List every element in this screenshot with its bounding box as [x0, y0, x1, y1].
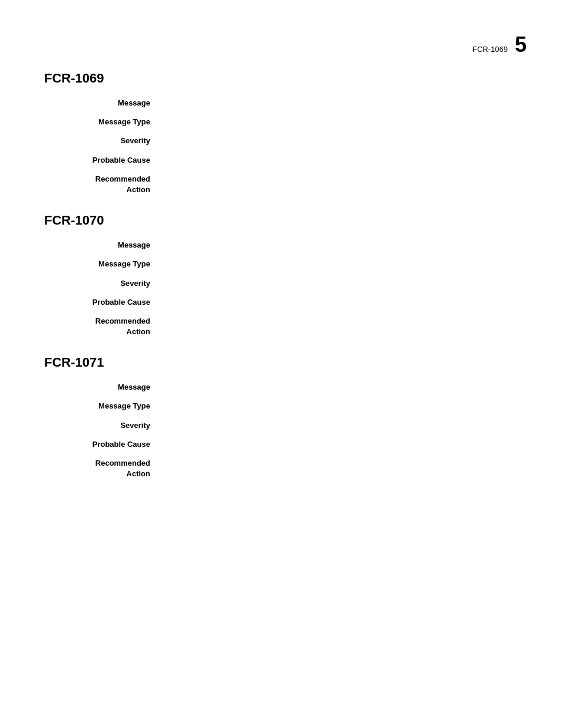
- label-message-1069: Message: [44, 98, 162, 108]
- value-severity-1070: [162, 278, 518, 289]
- value-message-1070: [162, 240, 518, 251]
- label-messagetype-1070: Message Type: [44, 259, 162, 269]
- field-row-probablecause-1069: Probable Cause: [44, 155, 518, 166]
- value-severity-1071: [162, 420, 518, 431]
- section-fcr-1070: FCR-1070 Message Message Type Severity P…: [44, 213, 518, 337]
- label-message-1070: Message: [44, 240, 162, 251]
- value-probablecause-1071: [162, 439, 518, 450]
- page-number: 5: [515, 32, 527, 57]
- field-row-messagetype-1071: Message Type: [44, 401, 518, 411]
- field-row-recommendedaction-1070: RecommendedAction: [44, 316, 518, 337]
- field-row-probablecause-1071: Probable Cause: [44, 439, 518, 450]
- field-row-severity-1069: Severity: [44, 136, 518, 146]
- field-row-probablecause-1070: Probable Cause: [44, 297, 518, 308]
- value-recommendedaction-1070: [162, 316, 518, 337]
- field-row-messagetype-1070: Message Type: [44, 259, 518, 269]
- value-recommendedaction-1069: [162, 174, 518, 195]
- value-message-1071: [162, 382, 518, 393]
- label-probablecause-1069: Probable Cause: [44, 155, 162, 166]
- label-probablecause-1070: Probable Cause: [44, 297, 162, 308]
- section-title-fcr-1069: FCR-1069: [44, 71, 518, 86]
- value-severity-1069: [162, 136, 518, 146]
- section-fcr-1071: FCR-1071 Message Message Type Severity P…: [44, 355, 518, 479]
- label-recommendedaction-1070: RecommendedAction: [44, 316, 162, 337]
- label-severity-1069: Severity: [44, 136, 162, 146]
- field-row-message-1070: Message: [44, 240, 518, 251]
- label-severity-1070: Severity: [44, 278, 162, 289]
- field-row-message-1069: Message: [44, 98, 518, 108]
- value-messagetype-1071: [162, 401, 518, 411]
- main-content: FCR-1069 Message Message Type Severity P…: [0, 0, 562, 479]
- section-title-fcr-1070: FCR-1070: [44, 213, 518, 228]
- field-row-severity-1070: Severity: [44, 278, 518, 289]
- section-fcr-1069: FCR-1069 Message Message Type Severity P…: [44, 71, 518, 195]
- label-recommendedaction-1069: RecommendedAction: [44, 174, 162, 195]
- value-probablecause-1070: [162, 297, 518, 308]
- page-header: FCR-1069 5: [472, 32, 527, 57]
- label-probablecause-1071: Probable Cause: [44, 439, 162, 450]
- chapter-reference: FCR-1069: [472, 45, 508, 54]
- value-message-1069: [162, 98, 518, 108]
- field-row-recommendedaction-1069: RecommendedAction: [44, 174, 518, 195]
- label-messagetype-1069: Message Type: [44, 117, 162, 127]
- value-messagetype-1070: [162, 259, 518, 269]
- field-row-severity-1071: Severity: [44, 420, 518, 431]
- label-message-1071: Message: [44, 382, 162, 393]
- label-recommendedaction-1071: RecommendedAction: [44, 458, 162, 479]
- field-row-message-1071: Message: [44, 382, 518, 393]
- field-row-recommendedaction-1071: RecommendedAction: [44, 458, 518, 479]
- value-recommendedaction-1071: [162, 458, 518, 479]
- value-messagetype-1069: [162, 117, 518, 127]
- label-messagetype-1071: Message Type: [44, 401, 162, 411]
- value-probablecause-1069: [162, 155, 518, 166]
- section-title-fcr-1071: FCR-1071: [44, 355, 518, 370]
- label-severity-1071: Severity: [44, 420, 162, 431]
- field-row-messagetype-1069: Message Type: [44, 117, 518, 127]
